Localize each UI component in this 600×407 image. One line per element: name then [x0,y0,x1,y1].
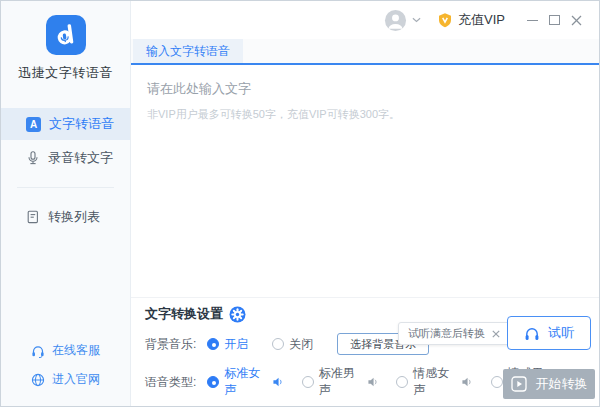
voice-option-label: 情感女声 [413,365,454,399]
close-icon [571,15,582,26]
start-conversion-button[interactable]: 开始转换 [503,369,595,399]
tab-label: 输入文字转语音 [146,43,230,60]
listen-preview-button[interactable]: 试听 [507,316,591,350]
text-input-area[interactable]: 请在此处输入文字 非VIP用户最多可转换50字，充值VIP可转换300字。 [131,65,599,297]
sidebar-item-label: 文字转语音 [49,115,114,133]
close-button[interactable] [565,9,587,31]
radio-selected-icon [207,338,219,350]
speaker-icon [462,376,472,388]
list-icon [26,210,40,224]
main-area: 充值VIP 输入文字转语音 请在此处输入文字 非VIP用户 [131,1,599,406]
titlebar: 充值VIP [131,1,599,39]
online-support-link[interactable]: 在线客服 [1,336,130,365]
play-icon [511,376,527,392]
voice-option-label: 标准男声 [319,365,360,399]
official-website-link[interactable]: 进入官网 [1,365,130,394]
tooltip-text: 试听满意后转换 [408,326,485,341]
minimize-button[interactable] [521,9,543,31]
headphones-icon [524,326,540,341]
sidebar-item-conversion-list[interactable]: 转换列表 [1,201,130,233]
voice-option-label: 标准女声 [224,365,265,399]
sidebar: 迅捷文字转语音 A 文字转语音 录音转文字 [1,1,131,406]
settings-title: 文字转换设置 [145,305,223,323]
recharge-vip-button[interactable]: 充值VIP [437,11,505,29]
footer-item-label: 进入官网 [52,371,100,388]
minimize-icon [527,20,538,21]
radio-unselected-icon [491,376,503,388]
speaker-icon [273,376,283,388]
close-icon [492,330,500,338]
voice-type-label: 语音类型: [145,374,196,391]
chevron-down-icon [412,17,421,23]
bg-music-on-radio[interactable]: 开启 [207,336,248,353]
sidebar-divider [17,187,114,188]
radio-selected-icon [207,376,219,388]
vip-badge-icon [437,12,453,28]
listen-button-label: 试听 [548,324,574,342]
sidebar-item-speech-to-text[interactable]: 录音转文字 [1,142,130,174]
vip-limit-hint: 非VIP用户最多可转换50字，充值VIP可转换300字。 [147,107,583,122]
headset-icon [31,344,45,358]
voice-emotional-female-radio[interactable]: 情感女声 [396,365,472,399]
radio-unselected-icon [396,376,408,388]
listen-tooltip: 试听满意后转换 [398,322,510,345]
sidebar-item-label: 转换列表 [48,208,100,226]
bg-music-off-radio[interactable]: 关闭 [272,336,313,353]
input-placeholder: 请在此处输入文字 [147,80,583,98]
app-logo-icon [46,15,86,55]
window-controls [521,9,587,31]
maximize-button[interactable] [543,9,565,31]
footer-item-label: 在线客服 [52,342,100,359]
globe-icon [31,373,45,387]
bg-music-on-label: 开启 [224,336,248,353]
recharge-vip-label: 充值VIP [458,11,505,29]
sidebar-item-text-to-speech[interactable]: A 文字转语音 [1,108,130,140]
sidebar-item-label: 录音转文字 [48,149,113,167]
speaker-icon [368,376,378,388]
voice-standard-female-radio[interactable]: 标准女声 [207,365,283,399]
tooltip-close-button[interactable] [492,330,500,338]
tab-input-text-to-speech[interactable]: 输入文字转语音 [133,39,243,63]
start-button-label: 开始转换 [536,375,588,393]
sidebar-nav: A 文字转语音 录音转文字 转换列表 [1,108,130,233]
tab-bar: 输入文字转语音 [131,39,599,65]
bg-music-off-label: 关闭 [289,336,313,353]
radio-unselected-icon [272,338,284,350]
microphone-icon [26,151,40,165]
bg-music-label: 背景音乐: [145,336,196,353]
account-menu[interactable] [384,9,421,32]
maximize-icon [549,15,560,25]
avatar-icon [384,9,407,32]
app-name: 迅捷文字转语音 [1,64,130,82]
radio-unselected-icon [302,376,314,388]
text-to-speech-icon: A [26,117,41,132]
voice-standard-male-radio[interactable]: 标准男声 [302,365,378,399]
sidebar-footer: 在线客服 进入官网 [1,336,130,394]
gear-icon[interactable] [229,306,246,323]
app-window: 迅捷文字转语音 A 文字转语音 录音转文字 [0,0,600,407]
